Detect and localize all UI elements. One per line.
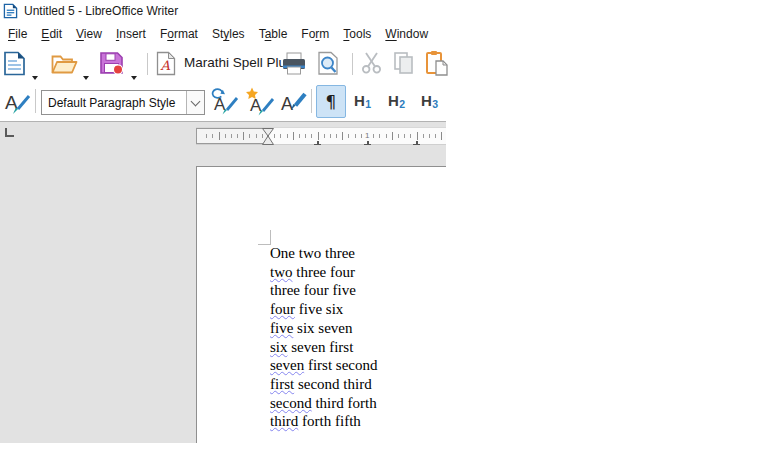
document-workspace: One two threetwo three fourthree four fi… — [0, 148, 446, 443]
formatting-marks-button[interactable]: ¶ — [316, 85, 346, 118]
ruler-zone: 1 — [0, 121, 446, 148]
toolbar-separator — [35, 89, 36, 113]
print-preview-button[interactable] — [316, 51, 340, 76]
paragraph-style-combobox[interactable]: Default Paragraph Style — [41, 90, 205, 115]
menu-item-view[interactable]: View — [69, 23, 109, 45]
cut-icon — [359, 51, 384, 75]
document-line[interactable]: third forth fifth — [270, 412, 377, 431]
open-dropdown[interactable] — [83, 76, 89, 80]
text-block[interactable]: One two threetwo three fourthree four fi… — [270, 244, 377, 431]
copy-button — [392, 51, 416, 75]
document-page[interactable]: One two threetwo three fourthree four fi… — [196, 166, 446, 443]
update-style-icon: A — [210, 87, 240, 116]
svg-text:A: A — [160, 58, 171, 73]
horizontal-ruler[interactable]: 1 — [196, 127, 446, 145]
menu-item-form[interactable]: Form — [294, 23, 336, 45]
heading-1-label: H1 — [354, 92, 371, 110]
menu-item-edit[interactable]: Edit — [34, 23, 69, 45]
edit-style-button[interactable]: A — [280, 88, 307, 115]
default-tab-stop[interactable] — [364, 141, 371, 145]
document-line[interactable]: One two three — [270, 244, 377, 263]
document-line[interactable]: two three four — [270, 263, 377, 282]
export-pdf-icon: A — [155, 51, 177, 76]
paste-button[interactable] — [425, 50, 449, 76]
toolbar-separator — [147, 53, 148, 75]
formatting-toolbar: A Default Paragraph Style A A — [0, 82, 446, 121]
chevron-down-icon — [191, 96, 201, 106]
window-title: Untitled 5 - LibreOffice Writer — [24, 4, 178, 18]
document-line[interactable]: second third forth — [270, 394, 377, 413]
paragraph-style-value: Default Paragraph Style — [42, 96, 186, 110]
heading-2-label: H2 — [388, 92, 405, 110]
menu-item-insert[interactable]: Insert — [109, 23, 153, 45]
misspelled-word: first — [270, 376, 294, 392]
misspelled-word: four — [270, 301, 295, 317]
document-line[interactable]: seven first second — [270, 356, 377, 375]
chevron-down-icon — [83, 76, 89, 80]
tab-type-selector[interactable] — [5, 128, 14, 137]
document-line[interactable]: five six seven — [270, 319, 377, 338]
edit-style-icon: A — [280, 88, 307, 115]
marathi-spell-plus-button[interactable]: Marathi Spell Plus — [184, 55, 293, 70]
toolbar-separator — [311, 89, 312, 113]
menu-item-styles[interactable]: Styles — [205, 23, 252, 45]
print-icon — [281, 51, 307, 76]
menu-bar: FileEditViewInsertFormatStylesTableFormT… — [0, 22, 447, 46]
new-style-button[interactable]: A — [245, 87, 275, 116]
heading-3-label: H3 — [421, 92, 438, 110]
print-preview-icon — [316, 51, 340, 76]
misspelled-word: two — [270, 264, 293, 280]
save-icon — [99, 51, 124, 75]
chevron-down-icon — [131, 76, 137, 80]
libreoffice-writer-window: Untitled 5 - LibreOffice Writer FileEdit… — [0, 0, 446, 443]
heading-1-button[interactable]: H1 — [354, 92, 371, 110]
new-document-button[interactable] — [3, 51, 26, 76]
chevron-down-icon — [32, 76, 38, 80]
text-boundary-corner — [270, 230, 271, 245]
menu-item-window[interactable]: Window — [378, 23, 435, 45]
toolbar-separator — [352, 53, 353, 75]
title-bar: Untitled 5 - LibreOffice Writer — [0, 0, 446, 22]
cut-button — [359, 51, 384, 75]
standard-toolbar: A Marathi Spell Plus — [0, 46, 446, 82]
save-button[interactable] — [99, 51, 124, 75]
save-dropdown[interactable] — [131, 76, 137, 80]
menu-item-table[interactable]: Table — [252, 23, 295, 45]
paragraph-style-button[interactable]: A — [3, 88, 32, 115]
update-style-button[interactable]: A — [210, 87, 240, 116]
open-folder-icon — [51, 52, 78, 76]
new-document-icon — [3, 51, 26, 76]
export-pdf-button[interactable]: A — [155, 51, 177, 76]
ruler-inch-label: 1 — [365, 131, 369, 140]
heading-3-button[interactable]: H3 — [421, 92, 438, 110]
menu-item-tools[interactable]: Tools — [336, 23, 378, 45]
svg-text:A: A — [281, 94, 293, 114]
heading-2-button[interactable]: H2 — [388, 92, 405, 110]
misspelled-word: seven — [270, 357, 304, 373]
new-document-dropdown[interactable] — [32, 76, 38, 80]
menu-item-format[interactable]: Format — [153, 23, 205, 45]
writer-app-icon — [3, 3, 18, 19]
document-line[interactable]: three four five — [270, 281, 377, 300]
open-button[interactable] — [51, 52, 78, 76]
copy-icon — [392, 51, 416, 75]
misspelled-word: second — [270, 395, 312, 411]
default-tab-stop[interactable] — [314, 141, 321, 145]
default-tab-stop[interactable] — [413, 141, 420, 145]
paste-icon — [425, 50, 449, 76]
document-line[interactable]: four five six — [270, 300, 377, 319]
misspelled-word: five — [270, 320, 293, 336]
ruler-ticks — [196, 128, 446, 144]
marathi-spell-plus-label: Marathi Spell Plus — [184, 55, 293, 70]
menu-item-file[interactable]: File — [1, 23, 34, 45]
document-line[interactable]: six seven first — [270, 338, 377, 357]
print-button[interactable] — [281, 51, 307, 76]
word: One — [270, 245, 295, 261]
combobox-dropdown-button[interactable] — [186, 91, 204, 114]
misspelled-word: six — [270, 339, 288, 355]
document-line[interactable]: first second third — [270, 375, 377, 394]
new-style-icon: A — [245, 87, 275, 116]
word: three — [270, 282, 300, 298]
formatting-marks-icon: ¶ — [326, 92, 337, 112]
indent-marker[interactable] — [262, 128, 274, 149]
